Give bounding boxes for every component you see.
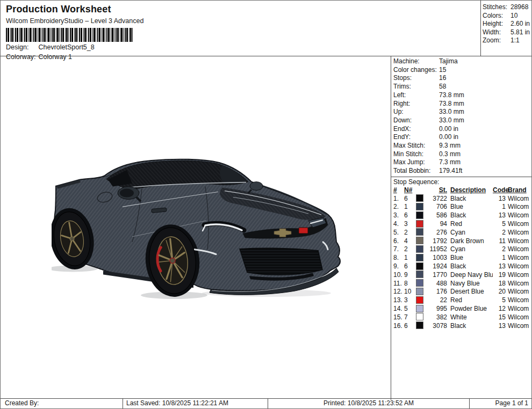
seq-num: 10. [393,271,404,280]
seq-num: 12. [393,288,404,296]
seq-needle: 9 [404,271,416,280]
footer-bar: Created By: Last Saved: 10/8/2025 11:22:… [1,398,531,408]
seq-code: 18 [493,280,506,288]
seq-stitch-count: 176 [426,288,448,296]
stop-sequence-row: 13. 3 22 Red 5 Wilcom [393,296,531,305]
seq-description: Black [448,211,493,220]
seq-code: 13 [493,211,506,220]
stop-sequence-row: 7. 2 11952 Cyan 2 Wilcom [393,245,531,254]
seq-needle: 5 [404,305,416,313]
info-label: Min Stitch: [393,150,439,159]
thread-color-swatch [416,271,423,278]
seq-brand: Wilcom [506,220,531,229]
seq-stitch-count: 94 [426,220,448,229]
seq-description: White [448,313,493,322]
seq-num: 5. [393,229,404,237]
seq-brand: Wilcom [506,245,531,254]
seq-code: 2 [493,245,506,254]
col-header-description: Description [448,186,493,195]
info-label: Left: [393,91,439,100]
col-header-num: # [393,186,404,195]
seq-description: Black [448,322,493,331]
info-row: Color changes: 15 [393,66,531,75]
seq-description: Navy Blue [448,280,493,288]
col-header-code: Code [493,186,506,195]
seq-num: 1. [393,195,404,203]
thread-color-swatch [416,228,423,236]
machine-info-panel: Machine: Tajima Color changes: 15 Stops:… [391,56,532,400]
info-row: Machine: Tajima [393,57,531,66]
machine-info-rows: Machine: Tajima Color changes: 15 Stops:… [393,57,531,176]
thread-color-swatch [416,279,423,287]
stat-value: 28968 [511,3,528,12]
seq-num: 2. [393,203,404,211]
stat-label: Zoom: [483,36,511,45]
seq-brand: Wilcom [506,229,531,237]
seq-needle: 2 [404,245,416,254]
production-worksheet-page: Production Worksheet Wilcom EmbroiderySt… [0,0,532,409]
seq-needle: 6 [404,195,416,203]
seq-needle: 4 [404,237,416,246]
seq-num: 7. [393,245,404,254]
seq-stitch-count: 3722 [426,195,448,203]
seq-brand: Wilcom [506,313,531,322]
seq-stitch-count: 1003 [426,254,448,262]
info-row: Down: 33.0 mm [393,116,531,125]
info-label: Color changes: [393,66,439,75]
footer-last-saved: Last Saved: 10/8/2025 11:22:21 AM [123,399,268,408]
seq-description: Deep Navy Blue [448,271,493,280]
seq-stitch-count: 11952 [426,245,448,254]
seq-stitch-count: 488 [426,280,448,288]
seq-brand: Wilcom [506,280,531,288]
info-value: 0.00 in [439,125,458,134]
info-label: Machine: [393,57,439,66]
stop-sequence-title: Stop Sequence: [391,177,531,186]
seq-description: Black [448,262,493,271]
seq-needle: 7 [404,313,416,322]
thread-color-swatch [416,313,423,320]
seq-description: Dark Brown [448,237,493,246]
design-preview-area [52,158,342,302]
info-label: Up: [393,108,439,116]
info-value: 73.8 mm [439,91,464,100]
info-label: Down: [393,116,439,125]
footer-printed: Printed: 10/8/2025 11:23:52 AM [268,399,469,408]
seq-brand: Wilcom [506,195,531,203]
seq-code: 13 [493,262,506,271]
info-label: Total Bobbin: [393,167,439,176]
stat-row: Zoom: 1:1 [483,36,532,45]
seq-brand: Wilcom [506,305,531,313]
info-row: Stops: 16 [393,74,531,83]
seq-description: Blue [448,203,493,211]
seq-num: 9. [393,262,404,271]
seq-code: 2 [493,229,506,237]
seq-needle: 3 [404,220,416,229]
design-row: Design: ChevroletSport5_8 [6,43,475,52]
thread-color-swatch [416,211,423,219]
info-row: Min Stitch: 0.3 mm [393,150,531,159]
stop-sequence-header: # N# St. Description Code Brand [393,186,531,195]
col-header-n: N# [404,186,416,195]
stat-label: Height: [483,20,511,28]
footer-page-number: Page 1 of 1 [469,399,531,408]
stop-sequence-row: 4. 3 94 Red 5 Wilcom [393,220,531,229]
thread-color-swatch [416,296,423,304]
stat-value: 10 [511,12,517,20]
seq-num: 4. [393,220,404,229]
seq-num: 16. [393,322,404,331]
info-value: Tajima [439,57,458,66]
header-left-panel: Production Worksheet Wilcom EmbroiderySt… [1,1,480,56]
info-row: Up: 33.0 mm [393,108,531,116]
seq-stitch-count: 1770 [426,271,448,280]
info-row: EndX: 0.00 in [393,125,531,134]
seq-description: Cyan [448,245,493,254]
seq-brand: Wilcom [506,237,531,246]
stop-sequence-row: 8. 1 1003 Blue 1 Wilcom [393,254,531,262]
seq-needle: 1 [404,254,416,262]
seq-code: 1 [493,254,506,262]
seq-description: Desert Blue [448,288,493,296]
info-label: Max Stitch: [393,142,439,150]
info-row: Total Bobbin: 179.41ft [393,167,531,176]
seq-num: 6. [393,237,404,246]
design-stats-panel: Stitches: 28968 Colors: 10 Height: 2.60 … [480,1,532,56]
